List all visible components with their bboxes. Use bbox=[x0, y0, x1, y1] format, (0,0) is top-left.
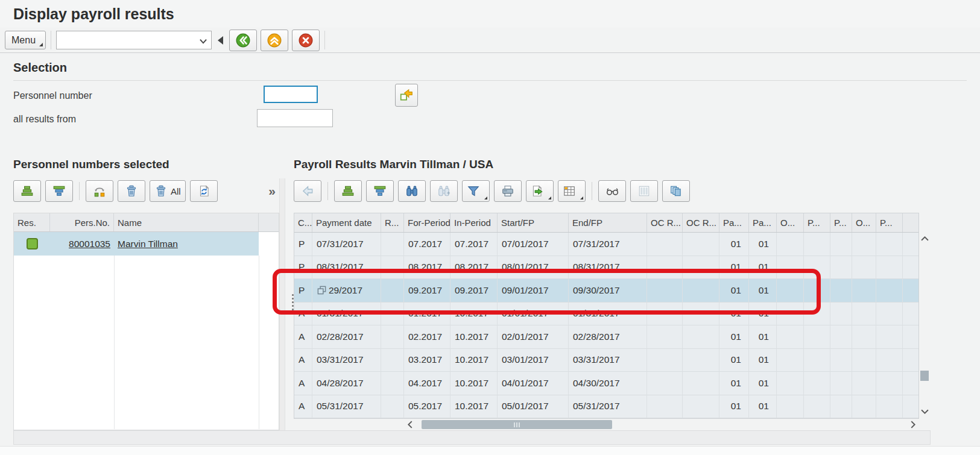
cell-7 bbox=[647, 303, 683, 326]
cell-4: 10.2017 bbox=[450, 395, 498, 419]
toolbar-overflow-button[interactable]: » bbox=[265, 184, 279, 198]
payroll-row[interactable]: A01/31/201701.201710.201701/01/201701/31… bbox=[294, 303, 918, 326]
chevron-down-icon[interactable] bbox=[199, 34, 211, 46]
column-header-14[interactable]: O... bbox=[852, 213, 876, 232]
back-button[interactable] bbox=[229, 30, 257, 51]
command-field[interactable] bbox=[56, 31, 212, 49]
horizontal-scroll-thumb[interactable] bbox=[422, 420, 612, 429]
cell-3: 04.2017 bbox=[404, 372, 450, 395]
column-header-3[interactable]: For-Period bbox=[404, 213, 450, 232]
column-header-7[interactable]: OC R... bbox=[647, 213, 683, 232]
filler-cell bbox=[903, 279, 918, 303]
scroll-right-icon[interactable] bbox=[908, 421, 918, 428]
cell-6: 03/31/2017 bbox=[569, 349, 647, 372]
column-header-filler bbox=[259, 213, 279, 231]
cancel-button[interactable] bbox=[292, 30, 320, 51]
export-button[interactable] bbox=[526, 180, 554, 202]
column-divider bbox=[259, 256, 259, 429]
vertical-scrollbar bbox=[919, 233, 930, 417]
column-header-2[interactable]: R... bbox=[381, 213, 404, 232]
column-header-13[interactable]: P... bbox=[830, 213, 852, 232]
circle-exit-icon bbox=[267, 33, 282, 48]
page-title: Display payroll results bbox=[0, 0, 980, 23]
name-link[interactable]: Marvin Tillman bbox=[118, 239, 178, 249]
views-button[interactable] bbox=[662, 180, 690, 202]
cell-2 bbox=[381, 372, 404, 395]
scroll-left-icon[interactable] bbox=[405, 421, 414, 428]
pers-no-link[interactable]: 80001035 bbox=[69, 239, 110, 249]
filler-cell bbox=[903, 303, 918, 326]
column-header-name[interactable]: Name bbox=[114, 213, 259, 231]
trash-icon bbox=[154, 184, 168, 198]
scroll-down-icon[interactable] bbox=[921, 407, 929, 416]
personnel-row[interactable]: 80001035Marvin Tillman bbox=[14, 232, 279, 256]
column-header-pers-no[interactable]: Pers.No. bbox=[50, 213, 114, 231]
export-icon bbox=[531, 184, 544, 198]
drag-handle[interactable] bbox=[292, 294, 294, 310]
vertical-scroll-thumb[interactable] bbox=[920, 371, 929, 381]
column-header-0[interactable]: C... bbox=[294, 213, 312, 232]
back-button[interactable] bbox=[294, 180, 321, 202]
delete-all-button[interactable]: All bbox=[150, 180, 186, 202]
cell-11 bbox=[777, 233, 804, 256]
binoculars-icon bbox=[405, 184, 419, 198]
cell-12 bbox=[804, 372, 830, 395]
column-header-5[interactable]: Start/FP bbox=[498, 213, 569, 232]
scroll-up-icon[interactable] bbox=[921, 234, 929, 242]
refresh-button[interactable] bbox=[190, 180, 218, 202]
column-header-15[interactable]: P... bbox=[876, 213, 903, 232]
payroll-row[interactable]: A04/28/201704.201710.201704/01/201704/30… bbox=[294, 372, 918, 395]
swap-selection-button[interactable] bbox=[86, 180, 113, 202]
find-button[interactable] bbox=[398, 180, 426, 202]
column-header-11[interactable]: O... bbox=[777, 213, 804, 232]
collapse-left-icon[interactable] bbox=[218, 36, 223, 45]
display-details-button[interactable] bbox=[598, 180, 626, 202]
find-next-button[interactable] bbox=[430, 180, 458, 202]
cell-0: A bbox=[294, 303, 312, 326]
cell-12 bbox=[804, 279, 830, 303]
payroll-row[interactable]: A03/31/201703.201710.201703/01/201703/31… bbox=[294, 349, 918, 372]
sort-descending-button[interactable] bbox=[45, 180, 73, 202]
cell-8 bbox=[683, 325, 719, 349]
column-header-12[interactable]: P... bbox=[804, 213, 830, 232]
payroll-row-highlighted[interactable]: P29/201709.201709.201709/01/201709/30/20… bbox=[294, 279, 918, 303]
column-header-6[interactable]: End/FP bbox=[569, 213, 647, 232]
multiple-selection-button[interactable] bbox=[395, 84, 418, 107]
filter-button[interactable] bbox=[462, 180, 490, 202]
panel-splitter[interactable] bbox=[279, 178, 285, 430]
delete-button[interactable] bbox=[118, 180, 145, 202]
sort-descending-button[interactable] bbox=[366, 180, 394, 202]
status-green-icon[interactable] bbox=[27, 238, 38, 249]
sort-ascending-button[interactable] bbox=[13, 180, 41, 202]
payroll-row[interactable]: P07/31/201707.201707.201707/01/201707/31… bbox=[294, 233, 918, 256]
column-header-4[interactable]: In-Period bbox=[450, 213, 498, 232]
payroll-row[interactable]: A02/28/201702.201710.201702/01/201702/28… bbox=[294, 325, 918, 349]
cell-9: 01 bbox=[719, 349, 749, 372]
column-header-10[interactable]: Pa... bbox=[749, 213, 777, 232]
sort-asc-icon bbox=[21, 184, 34, 198]
column-header-res[interactable]: Res. bbox=[14, 213, 50, 231]
selection-heading: Selection bbox=[13, 61, 67, 75]
payroll-row[interactable]: P08/31/201708.201708.201708/01/201708/31… bbox=[294, 256, 918, 280]
personnel-number-input[interactable] bbox=[264, 86, 318, 103]
command-input[interactable] bbox=[57, 31, 199, 49]
sort-ascending-button[interactable] bbox=[334, 180, 362, 202]
payroll-row[interactable]: A05/31/201705.201710.201705/01/201705/31… bbox=[294, 395, 918, 419]
cell-0: A bbox=[294, 325, 312, 349]
column-header-8[interactable]: OC R... bbox=[683, 213, 719, 232]
exit-button[interactable] bbox=[261, 30, 288, 51]
all-results-from-input[interactable] bbox=[257, 109, 333, 127]
cell-1: 03/31/2017 bbox=[312, 349, 381, 372]
cell-3: 03.2017 bbox=[404, 349, 450, 372]
column-header-1[interactable]: Payment date bbox=[312, 213, 381, 232]
print-button[interactable] bbox=[494, 180, 522, 202]
menu-button[interactable]: Menu bbox=[5, 31, 46, 49]
column-settings-button[interactable] bbox=[630, 180, 658, 202]
cell-4: 10.2017 bbox=[450, 325, 498, 349]
title-bar: Display payroll results bbox=[0, 0, 980, 28]
choose-layout-button[interactable] bbox=[558, 180, 586, 202]
column-header-9[interactable]: Pa... bbox=[719, 213, 749, 232]
cell-15 bbox=[876, 395, 903, 419]
left-panel-heading: Personnel numbers selected bbox=[13, 158, 169, 171]
cell-2 bbox=[381, 325, 404, 349]
